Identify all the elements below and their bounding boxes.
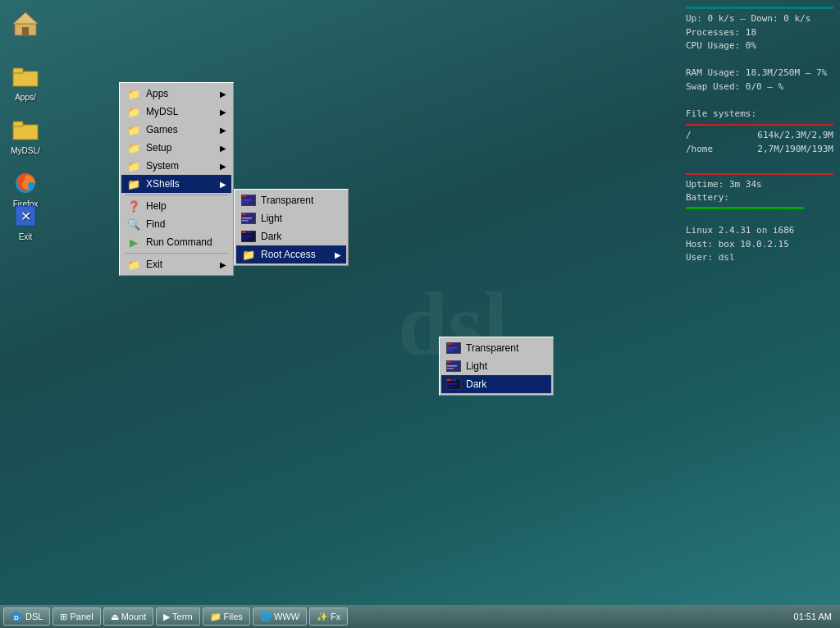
svg-rect-29 — [447, 347, 457, 349]
system-folder-icon: 📁 — [126, 159, 141, 172]
setup-folder-icon: 📁 — [126, 141, 141, 154]
svg-rect-3 — [13, 71, 38, 86]
apps-folder-icon — [11, 62, 40, 91]
fs-bar — [686, 124, 833, 126]
menu-item-help[interactable]: ❓ Help — [121, 197, 231, 215]
swap-used: Swap Used: 0/0 – % — [686, 80, 833, 94]
taskbar-term[interactable]: ▶ Term — [156, 607, 199, 626]
menu-item-games[interactable]: 📁 Games ▶ — [121, 121, 231, 139]
net-bar — [686, 7, 833, 9]
processes: Processes: 18 — [686, 26, 833, 40]
find-icon: 🔍 — [126, 218, 141, 231]
svg-rect-2 — [22, 27, 29, 35]
terminal-light2-icon — [446, 360, 461, 373]
ram-usage: RAM Usage: 18,3M/250M – 7% — [686, 66, 833, 80]
desktop-icon-mydsl[interactable]: MyDSL/ — [4, 115, 47, 155]
terminal-light-icon — [241, 212, 256, 225]
rootaccess-transparent[interactable]: Transparent — [441, 339, 551, 357]
cpu-usage: CPU Usage: 0% — [686, 39, 833, 53]
rootaccess-dark[interactable]: Dark — [441, 375, 551, 393]
apps-folder-icon: 📁 — [126, 87, 141, 100]
xshells-submenu: Transparent Light — [234, 189, 349, 266]
menu-item-system[interactable]: 📁 System ▶ — [121, 157, 231, 175]
svg-rect-30 — [447, 350, 454, 351]
mydsl-folder-icon — [11, 115, 40, 144]
terminal-dark-icon — [241, 230, 256, 243]
xshells-dark[interactable]: Dark — [236, 227, 346, 245]
uptime-bar — [686, 173, 833, 175]
svg-rect-28 — [452, 343, 456, 345]
taskbar-panel[interactable]: ⊞ Panel — [52, 607, 100, 626]
fs-root: / 614k/2,3M/2,9M — [686, 129, 833, 143]
svg-rect-23 — [247, 231, 251, 233]
svg-rect-20 — [242, 220, 249, 222]
sysinfo2: Host: box 10.0.2.15 — [686, 238, 833, 252]
submenu-arrow: ▶ — [220, 260, 226, 269]
submenu-arrow: ▶ — [220, 180, 226, 189]
taskbar-files[interactable]: 📁 Files — [203, 607, 250, 626]
submenu-arrow: ▶ — [220, 108, 226, 117]
menu-separator2 — [125, 253, 228, 254]
xshells-rootaccess[interactable]: 📁 Root Access ▶ — [236, 245, 346, 264]
svg-rect-35 — [447, 368, 454, 369]
run-icon: ▶ — [126, 236, 141, 249]
taskbar-www[interactable]: 🌐 WWW — [253, 607, 307, 626]
mydsl-label: MyDSL/ — [11, 146, 40, 155]
terminal-transparent2-icon — [446, 342, 461, 355]
help-icon: ❓ — [126, 199, 141, 213]
xshells-light[interactable]: Light — [236, 209, 346, 227]
battery: Battery: — [686, 191, 833, 205]
menu-item-mydsl[interactable]: 📁 MyDSL ▶ — [121, 103, 231, 121]
menu-item-exit[interactable]: 📁 Exit ▶ — [121, 255, 231, 273]
menu-item-find[interactable]: 🔍 Find — [121, 215, 231, 233]
submenu-arrow: ▶ — [220, 126, 226, 135]
svg-rect-12 — [242, 195, 246, 197]
svg-rect-39 — [447, 383, 457, 385]
svg-rect-24 — [242, 236, 252, 237]
svg-rect-5 — [13, 125, 38, 140]
xshells-transparent[interactable]: Transparent — [236, 191, 346, 209]
rootaccess-light[interactable]: Light — [441, 357, 551, 375]
exit-folder-icon: 📁 — [126, 258, 141, 271]
terminal-dark2-icon — [446, 378, 461, 391]
menu-item-run[interactable]: ▶ Run Command — [121, 233, 231, 251]
firefox-icon — [11, 168, 40, 198]
svg-rect-13 — [247, 195, 251, 197]
svg-rect-33 — [452, 361, 456, 363]
submenu-arrow: ▶ — [220, 144, 226, 153]
submenu-arrow: ▶ — [220, 162, 226, 171]
desktop-icon-apps[interactable]: Apps/ — [4, 62, 47, 102]
desktop-icon-home[interactable] — [4, 8, 47, 39]
taskbar-dsl[interactable]: D DSL — [3, 607, 50, 626]
menu-item-xshells[interactable]: 📁 XShells ▶ — [121, 175, 231, 193]
svg-rect-25 — [242, 238, 249, 240]
svg-rect-6 — [13, 121, 23, 126]
exit-icon: ✕ — [11, 201, 40, 231]
taskbar-time: 01:51 AM — [794, 612, 837, 621]
fs-home: /home 2,7M/190M/193M — [686, 143, 833, 157]
system-monitor: Up: 0 k/s – Down: 0 k/s Processes: 18 CP… — [686, 7, 833, 265]
battery-bar — [686, 207, 804, 209]
svg-text:✕: ✕ — [21, 209, 31, 223]
submenu-arrow: ▶ — [220, 89, 226, 99]
dsl-logo-icon: D — [11, 611, 22, 622]
submenu-arrow: ▶ — [335, 250, 341, 259]
svg-rect-37 — [447, 379, 451, 381]
rootaccess-folder-icon: 📁 — [241, 248, 256, 261]
home-icon — [11, 8, 40, 38]
menu-item-apps[interactable]: 📁 Apps ▶ — [121, 85, 231, 103]
net-speed: Up: 0 k/s – Down: 0 k/s — [686, 12, 833, 26]
svg-rect-18 — [247, 213, 251, 215]
menu-item-setup[interactable]: 📁 Setup ▶ — [121, 139, 231, 157]
taskbar-mount[interactable]: ⏏ Mount — [103, 607, 154, 626]
menu-separator — [125, 195, 228, 195]
svg-text:D: D — [14, 614, 19, 621]
sysinfo3: User: dsl — [686, 251, 833, 265]
desktop-icon-exit[interactable]: ✕ Exit — [4, 201, 47, 241]
main-menu: 📁 Apps ▶ 📁 MyDSL ▶ 📁 Games ▶ 📁 Setup ▶ 📁… — [119, 82, 234, 276]
svg-rect-38 — [452, 379, 456, 381]
fs-label: File systems: — [686, 108, 833, 121]
sysinfo1: Linux 2.4.31 on i686 — [686, 224, 833, 238]
taskbar-fx[interactable]: ✨ Fx — [309, 607, 348, 626]
taskbar: D DSL ⊞ Panel ⏏ Mount ▶ Term 📁 Files 🌐 W… — [0, 605, 840, 628]
